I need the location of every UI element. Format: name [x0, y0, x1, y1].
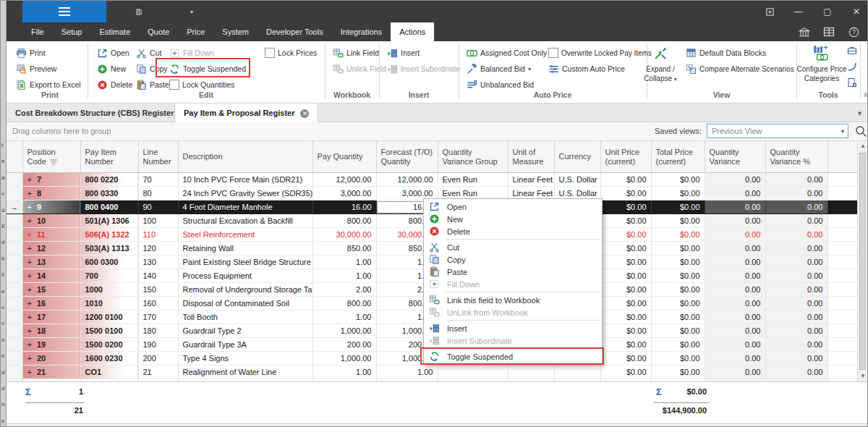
cell-pay-quantity[interactable]: 12,000.00 — [312, 173, 376, 187]
cell-description[interactable]: Disposal of Contaminated Soil — [178, 297, 312, 310]
lock-prices-checkbox[interactable]: Lock Prices — [263, 46, 319, 60]
cell-unit-of-measure[interactable]: Linear Feet — [508, 173, 554, 187]
ribbon-tab-quote[interactable]: Quote — [139, 22, 178, 41]
row-selector[interactable] — [7, 310, 22, 324]
cell-pay-item-number[interactable]: 1500 0200 — [80, 338, 138, 352]
cell-pay-item-number[interactable]: 503(A) 1313 — [80, 242, 138, 255]
cell-total-price[interactable]: $0.00 — [651, 242, 705, 255]
cell-total-price[interactable]: $0.00 — [651, 338, 705, 352]
cell-pay-quantity[interactable]: 1,000.00 — [312, 352, 376, 365]
menu-item-unlink-from-workbook[interactable]: UnLink from Workbook — [424, 306, 602, 318]
cell-description[interactable]: 10 Inch PVC Force Main (SDR21) — [178, 173, 312, 187]
cell-total-price[interactable]: $0.00 — [651, 324, 705, 338]
close-tab-icon[interactable]: ✕ — [300, 109, 309, 118]
cell-unit-price[interactable]: $0.00 — [600, 173, 651, 187]
ribbon-tab-system[interactable]: System — [213, 22, 258, 41]
expand-plus-icon[interactable]: + — [27, 313, 32, 321]
tab-cbs-register[interactable]: Cost Breakdown Structure (CBS) Register — [7, 103, 175, 122]
cell-unit-price[interactable]: $0.00 — [600, 269, 651, 283]
cell-forecast-quantity[interactable]: 1.00 — [376, 365, 438, 379]
expand-plus-icon[interactable]: + — [27, 189, 32, 198]
expand-plus-icon[interactable]: + — [27, 271, 32, 280]
expand-plus-icon[interactable]: + — [27, 368, 32, 376]
cell-description[interactable]: Paint Existing Steel Bridge Structure — [178, 255, 312, 269]
estimate-bank-icon[interactable] — [798, 26, 811, 38]
cell-total-price[interactable]: $0.00 — [651, 214, 705, 228]
print-button[interactable]: Print — [14, 46, 48, 60]
cell-pay-quantity[interactable]: 1.00 — [312, 365, 376, 379]
fill-down-button[interactable]: Fill Down — [167, 46, 216, 60]
col-header-quantity-variance-group[interactable]: Quantity Variance Group — [438, 141, 508, 173]
cell-total-price[interactable]: $0.00 — [651, 352, 705, 365]
row-selector[interactable] — [7, 269, 22, 283]
copy-button[interactable]: Copy — [134, 62, 170, 76]
cell-pay-item-number[interactable]: 800 0220 — [80, 173, 138, 187]
cell-quantity-variance[interactable]: 0.00 — [705, 352, 765, 365]
compare-alternate-scenarios-button[interactable]: Compare Alternate Scenarios — [684, 62, 796, 76]
cell-pay-item-number[interactable]: 600 0300 — [80, 255, 138, 269]
cell-description[interactable]: Toll Booth — [178, 310, 312, 324]
cell-pay-item-number[interactable]: 1500 0100 — [80, 324, 138, 338]
default-data-blocks-button[interactable]: Default Data Blocks — [684, 46, 768, 60]
cell-quantity-variance-group[interactable]: Even Run — [438, 173, 508, 187]
cell-position-code[interactable]: +10 — [22, 214, 80, 228]
cell-line-number[interactable]: 200 — [138, 352, 178, 365]
cell-quantity-variance[interactable]: 0.00 — [705, 310, 765, 324]
cell-quantity-variance-pct[interactable]: 0.00 — [765, 214, 827, 228]
cell-quantity-variance-pct[interactable]: 0.00 — [765, 283, 827, 297]
unbalanced-bid-button[interactable]: Unbalanced Bid — [464, 77, 536, 92]
cell-position-code[interactable]: +17 — [22, 310, 80, 324]
note-add-tool-icon[interactable] — [847, 77, 857, 88]
menu-item-fill-down[interactable]: Fill Down — [424, 278, 602, 290]
expand-collapse-button[interactable]: Expand /Collapse ▾ — [639, 64, 682, 84]
cell-unit-of-measure[interactable] — [508, 365, 554, 379]
cell-line-number[interactable]: 150 — [138, 283, 178, 297]
cell-currency[interactable]: U.S. Dollar — [554, 173, 600, 187]
tab-list-caret-icon[interactable]: ▼ — [856, 110, 863, 117]
cell-total-price[interactable]: $0.00 — [651, 310, 705, 324]
cell-line-number[interactable]: 130 — [138, 255, 178, 269]
lock-prices-box-icon[interactable] — [265, 48, 275, 58]
save-button[interactable] — [131, 4, 147, 19]
menu-item-paste[interactable]: Paste — [424, 266, 602, 278]
link-field-button[interactable]: Link Field — [331, 46, 381, 60]
col-header-currency[interactable]: Currency — [554, 141, 600, 173]
cell-quantity-variance[interactable]: 0.00 — [705, 338, 765, 352]
cell-quantity-variance[interactable]: 0.00 — [705, 297, 765, 310]
menu-item-copy[interactable]: Copy — [424, 253, 602, 266]
cell-pay-item-number[interactable]: 800 0330 — [80, 187, 138, 200]
grid-view-icon[interactable] — [822, 26, 835, 38]
cell-line-number[interactable]: 100 — [138, 214, 178, 228]
cell-quantity-variance[interactable]: 0.00 — [705, 228, 765, 242]
expand-plus-icon[interactable]: + — [27, 299, 32, 308]
cell-quantity-variance-pct[interactable]: 0.00 — [765, 297, 827, 310]
cell-line-number[interactable]: 170 — [138, 310, 178, 324]
ribbon-tab-developer-tools[interactable]: Developer Tools — [258, 22, 332, 41]
cell-pay-item-number[interactable]: 800 0400 — [80, 200, 138, 214]
cell-quantity-variance-pct[interactable]: 0.00 — [765, 352, 827, 365]
scroll-up-icon[interactable]: ▲ — [858, 141, 867, 151]
cell-total-price[interactable]: $0.00 — [651, 200, 705, 214]
search-icon[interactable] — [854, 124, 867, 138]
expand-collapse-icon[interactable] — [652, 46, 668, 62]
cell-pay-quantity[interactable]: 16.00 — [312, 200, 376, 214]
cell-description[interactable]: Process Equipment — [178, 269, 312, 283]
cell-line-number[interactable]: 90 — [138, 200, 178, 214]
cell-quantity-variance-pct[interactable]: 0.00 — [765, 173, 827, 187]
cell-pay-item-number[interactable]: CO1 — [80, 365, 138, 379]
cell-quantity-variance-pct[interactable]: 0.00 — [765, 228, 827, 242]
quick-access-caret-icon[interactable]: ▾ — [190, 9, 193, 15]
cell-position-code[interactable]: +9 — [22, 200, 80, 214]
menu-item-delete[interactable]: Delete — [424, 225, 602, 237]
expand-plus-icon[interactable]: + — [27, 175, 32, 184]
insert-button[interactable]: Insert — [385, 46, 422, 60]
paste-button[interactable]: Paste — [134, 77, 171, 92]
briefcase-tool-icon[interactable] — [847, 46, 857, 56]
collapse-ribbon-chevron-icon[interactable]: ∧ — [863, 90, 868, 98]
cell-quantity-variance-pct[interactable]: 0.00 — [765, 269, 827, 283]
cell-quantity-variance-group[interactable] — [438, 365, 508, 379]
cell-line-number[interactable]: 140 — [138, 269, 178, 283]
cell-pay-item-number[interactable]: 1010 — [80, 297, 138, 310]
cell-quantity-variance[interactable]: 0.00 — [705, 283, 765, 297]
cell-unit-price[interactable]: $0.00 — [600, 200, 651, 214]
